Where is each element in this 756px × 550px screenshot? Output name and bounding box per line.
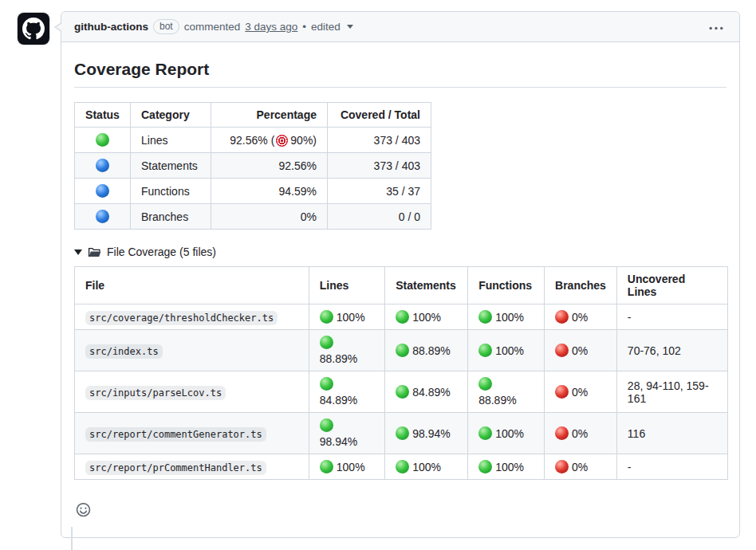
file-cell: src/index.ts <box>75 330 309 371</box>
green-circle-icon <box>478 377 492 391</box>
summary-col-status: Status <box>75 103 131 128</box>
col-lines: Lines <box>309 267 384 304</box>
separator-dot: • <box>302 21 306 33</box>
file-coverage-label: File Coverage (5 files) <box>107 246 216 258</box>
statements-value: 100% <box>412 461 441 473</box>
red-circle-icon <box>555 385 569 399</box>
branches-cell: 0% <box>545 371 617 413</box>
summary-row-functions: Functions 94.59% 35 / 37 <box>75 179 431 204</box>
edited-label: edited <box>311 21 341 33</box>
functions-value: 88.89% <box>478 394 516 407</box>
green-circle-icon <box>320 377 333 391</box>
file-coverage-toggle[interactable]: File Coverage (5 files) <box>74 246 726 258</box>
green-circle-icon <box>478 426 492 440</box>
statements-value: 84.89% <box>412 386 450 399</box>
statements-cell: 100% <box>385 454 468 480</box>
comment-author-link[interactable]: github-actions <box>74 21 148 33</box>
percentage-cell: 92.56% (90%) <box>211 128 328 153</box>
covered-total-cell: 35 / 37 <box>328 179 431 204</box>
branches-value: 0% <box>572 311 588 324</box>
covered-total-cell: 373 / 403 <box>328 128 431 153</box>
file-row: src/report/commentGenerator.ts 98.94% 98… <box>75 413 728 454</box>
summary-row-branches: Branches 0% 0 / 0 <box>75 204 431 230</box>
green-circle-icon <box>478 460 492 473</box>
lines-value: 88.89% <box>320 352 357 365</box>
timestamp-link[interactable]: 3 days ago <box>245 21 297 33</box>
file-path: src/report/commentGenerator.ts <box>85 427 266 442</box>
disclosure-triangle-icon <box>74 249 82 255</box>
green-circle-icon <box>320 336 333 349</box>
file-coverage-table: File Lines Statements Functions Branches… <box>74 266 728 480</box>
summary-col-category: Category <box>131 103 211 128</box>
summary-row-lines: Lines 92.56% (90%) 373 / 403 <box>75 128 431 153</box>
target-threshold: 90%) <box>290 134 317 147</box>
file-cell: src/inputs/parseLcov.ts <box>75 371 309 413</box>
status-cell <box>75 128 131 153</box>
branches-cell: 0% <box>545 304 617 330</box>
red-circle-icon <box>555 344 569 357</box>
bot-badge: bot <box>153 19 179 34</box>
green-circle-icon <box>396 344 409 357</box>
file-row: src/report/prCommentHandler.ts 100% 100%… <box>75 454 728 480</box>
covered-total-cell: 0 / 0 <box>328 204 431 230</box>
uncovered-lines-cell: 116 <box>616 413 727 454</box>
report-title: Coverage Report <box>74 60 726 88</box>
summary-col-covered-total: Covered / Total <box>328 103 431 128</box>
edited-history-caret-icon[interactable] <box>347 25 353 29</box>
lines-value: 98.94% <box>320 435 357 448</box>
file-cell: src/report/prCommentHandler.ts <box>75 454 309 480</box>
comment-header: github-actions bot commented 3 days ago … <box>61 12 739 42</box>
lines-cell: 100% <box>309 454 384 480</box>
functions-cell: 100% <box>468 330 545 371</box>
statements-cell: 88.89% <box>385 330 468 371</box>
file-row: src/inputs/parseLcov.ts 84.89% 84.89% 88… <box>75 371 728 413</box>
col-file: File <box>75 267 309 304</box>
functions-value: 100% <box>495 461 524 473</box>
category-cell: Functions <box>131 179 211 204</box>
comment-action-label: commented <box>184 21 241 33</box>
avatar[interactable] <box>18 13 49 45</box>
col-branches: Branches <box>545 267 617 304</box>
summary-header-row: Status Category Percentage Covered / Tot… <box>75 103 431 128</box>
kebab-menu-button[interactable] <box>706 18 726 36</box>
col-statements: Statements <box>385 267 468 304</box>
lines-value: 100% <box>337 311 365 324</box>
add-reaction-button[interactable] <box>74 501 93 521</box>
pr-conversation-page: github-actions bot commented 3 days ago … <box>0 0 756 550</box>
lines-cell: 88.89% <box>309 330 384 371</box>
blue-circle-icon <box>96 184 109 198</box>
uncovered-lines-cell: 70-76, 102 <box>616 330 727 371</box>
statements-cell: 84.89% <box>385 371 468 413</box>
percentage-cell: 94.59% <box>211 179 328 204</box>
github-logo-icon <box>22 18 45 40</box>
comment-body: Coverage Report Status Category Percenta… <box>61 42 739 537</box>
blue-circle-icon <box>96 210 109 223</box>
category-cell: Lines <box>131 128 211 153</box>
category-cell: Branches <box>131 204 211 230</box>
functions-cell: 88.89% <box>468 371 545 413</box>
functions-cell: 100% <box>468 413 545 454</box>
file-table-header-row: File Lines Statements Functions Branches… <box>75 267 728 304</box>
folder-icon <box>88 246 101 258</box>
file-row: src/coverage/thresholdChecker.ts 100% 10… <box>75 304 728 330</box>
lines-value: 84.89% <box>320 394 357 407</box>
file-path: src/index.ts <box>85 344 163 359</box>
green-circle-icon <box>96 133 109 147</box>
functions-value: 100% <box>495 311 524 324</box>
uncovered-lines-cell: - <box>616 304 727 330</box>
coverage-summary-table: Status Category Percentage Covered / Tot… <box>74 102 431 230</box>
timeline-connector <box>71 527 73 550</box>
green-circle-icon <box>320 418 333 432</box>
green-circle-icon <box>320 460 333 473</box>
functions-value: 100% <box>495 427 524 440</box>
statements-value: 98.94% <box>412 427 450 440</box>
status-cell <box>75 179 131 204</box>
red-circle-icon <box>555 426 569 440</box>
branches-cell: 0% <box>545 454 617 480</box>
green-circle-icon <box>320 310 333 324</box>
status-cell <box>75 204 131 230</box>
file-path: src/coverage/thresholdChecker.ts <box>85 311 278 325</box>
file-cell: src/coverage/thresholdChecker.ts <box>75 304 309 330</box>
statements-cell: 98.94% <box>385 413 468 454</box>
statements-value: 100% <box>412 311 441 324</box>
